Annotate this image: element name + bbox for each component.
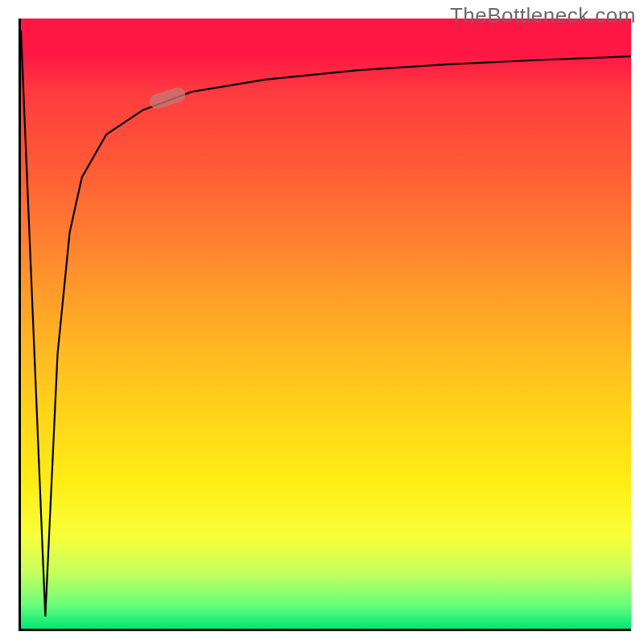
plot-area bbox=[19, 19, 631, 631]
bottleneck-curve bbox=[21, 19, 631, 629]
chart-frame: TheBottleneck.com bbox=[0, 0, 644, 644]
watermark-text: TheBottleneck.com bbox=[450, 3, 636, 28]
